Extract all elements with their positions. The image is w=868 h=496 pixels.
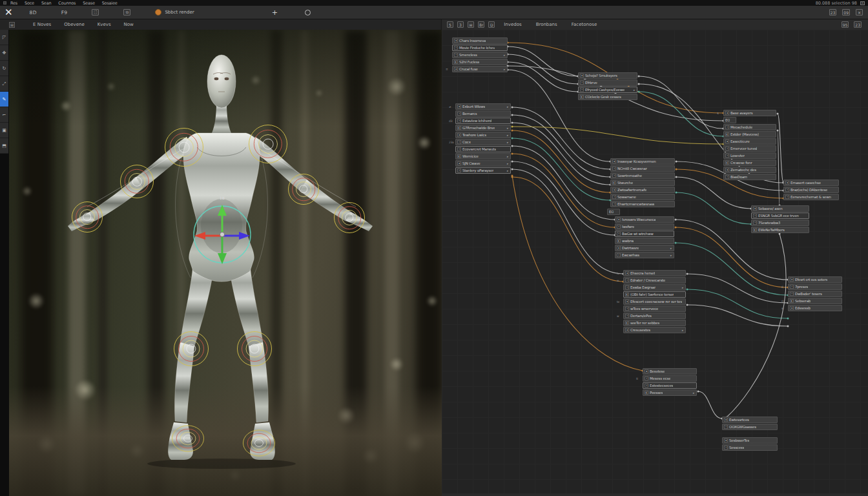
node-c-row-8[interactable]: ▪SJN Cwave▸ <box>455 160 511 167</box>
node-d2[interactable]: ▪Ivreswrs Wwcurseca✕Iwsfwre≡BwGw wt wtrc… <box>615 216 674 258</box>
toolbar-icon-0[interactable]: ⛶ <box>92 9 99 16</box>
menu-item-0[interactable]: Res <box>10 1 17 6</box>
viewport-menu-1[interactable]: Obevene <box>64 22 84 27</box>
node-d2-row-3[interactable]: ◧wwbrw <box>615 238 674 244</box>
node-g-row-0[interactable]: ▪Sebasne/ asen <box>751 205 809 212</box>
node-k-row-1[interactable]: ✕OOXGWGsasses <box>722 424 778 430</box>
node-k[interactable]: ▪Ewtessrtces✕OOXGWGsasses <box>722 417 778 430</box>
node-c[interactable]: ≠▪Exburt Wlows▸✕Bemarcsd3≡Estavlew Ichih… <box>455 103 511 174</box>
node-g-row-1[interactable]: ✕ESNGR SvbGR ece trven <box>751 212 809 219</box>
toolbar-right-button-1[interactable]: 09 <box>842 9 850 16</box>
node-g-row-2[interactable]: ≡7Sewtewbw3 <box>751 220 809 226</box>
node-i-row-1[interactable]: 8✕7preses <box>788 284 842 290</box>
node-header-icon-3[interactable]: 8r <box>478 21 484 28</box>
node-h-row-7[interactable]: ◧seeTer rer sebbes <box>623 320 686 326</box>
node-header-icon-2[interactable]: ⊞ <box>468 21 474 28</box>
node-d1-row-4[interactable]: ▪Zwtoafwrtnercafe <box>610 187 675 193</box>
node-l-row-0[interactable]: ▪SesbsserTes <box>722 437 778 444</box>
node-b-row-0[interactable]: ▪Schejo? Smuksyers <box>578 72 637 79</box>
node-c-row-4[interactable]: ▪Tewhore Lwics▸ <box>455 132 511 138</box>
node-g-row-3[interactable]: ◧EWeNeTwMbers <box>751 227 809 233</box>
move-tool-icon[interactable]: ✥ <box>0 45 8 61</box>
node-e-row-5[interactable]: ✕Emervcer tuned <box>723 145 776 152</box>
node-i-row-3[interactable]: O◧Sebserab <box>788 298 842 304</box>
node-e-row-7[interactable]: ◧Crcwese fonr <box>723 160 776 166</box>
node-c-row-9[interactable]: ✕Stanlery oParayser▸ <box>455 167 511 174</box>
node-f-row-2[interactable]: ≡Eersevrechernat & sewn <box>783 194 839 200</box>
node-d2-row-0[interactable]: ▪Ivreswrs Wwcurseca <box>615 216 674 223</box>
node-d2-row-5[interactable]: ✕Ewcwrhws▸ <box>615 252 674 258</box>
node-d2-row-2[interactable]: ≡BwGw wt wtrchww <box>615 231 674 237</box>
node-c-row-5[interactable]: 23x✕Cocx▸ <box>455 139 511 145</box>
node-d0-row-0[interactable]: EO <box>607 209 620 215</box>
node-header-right-1[interactable]: 23 <box>854 21 862 28</box>
menu-item-1[interactable]: Soce <box>25 1 34 6</box>
node-h-row-5[interactable]: ✕wTces wrservece <box>623 305 686 312</box>
node-e-row-2[interactable]: ≡Mecachedule <box>723 124 776 130</box>
node-b-row-1[interactable]: ✕Efrbrve <box>578 79 637 86</box>
node-d1-row-6[interactable]: ≡Ehwrtcrnwncwtwsnaw <box>610 201 675 207</box>
node-f-row-1[interactable]: ✕Braz(echs) DAbentese <box>783 187 839 193</box>
node-a[interactable]: ▪Chars Insomeva✕Movie Finduche Ichev≡Sme… <box>452 37 508 72</box>
node-d0[interactable]: EO <box>607 209 624 215</box>
node-h-row-8[interactable]: ▪Cresusestes▸ <box>623 327 686 333</box>
node-a-row-4[interactable]: ≡▪Crucal fuse▸ <box>452 66 508 72</box>
menu-item-5[interactable]: Sosaiee <box>102 1 118 6</box>
node-i-row-4[interactable]: w▪Edssessb <box>788 305 842 311</box>
node-d1-row-3[interactable]: ◧Stwurche <box>610 180 675 186</box>
node-b-row-2[interactable]: ≡Efryced Cashyes/Evewe▸ <box>578 87 637 93</box>
node-a-row-3[interactable]: ◧S2hl Fucless <box>452 59 508 65</box>
node-c-row-1[interactable]: ✕Bemarcs <box>455 110 511 117</box>
node-c-row-3[interactable]: ◧G7Rrnschwlde Brsx▸ <box>455 125 511 131</box>
scale-tool-icon[interactable]: ⤢ <box>0 76 8 92</box>
node-d2-row-4[interactable]: ▪Dwtrtwsre▸ <box>615 245 674 251</box>
node-d1-row-2[interactable]: ≡Sowrtnmoathe <box>610 172 675 179</box>
add-cube-tool-icon[interactable]: ▣ <box>0 123 8 138</box>
node-e-row-6[interactable]: ≡Losevter <box>723 152 776 159</box>
rotate-tool-icon[interactable]: ↻ <box>0 61 8 76</box>
add-icon[interactable]: + <box>272 8 278 17</box>
app-logo-icon[interactable] <box>3 1 6 5</box>
node-a-row-2[interactable]: ≡Smencless▸ <box>452 52 508 58</box>
node-header-icon-1[interactable]: 3 <box>457 21 464 28</box>
node-d1-row-5[interactable]: ✕Sowamane <box>610 194 675 200</box>
node-header-tab-0[interactable]: Invedos <box>504 22 521 27</box>
node-g[interactable]: ▪Sebasne/ asen✕ESNGR SvbGR ece trven≡7Se… <box>751 205 809 233</box>
node-j-row-3[interactable]: ◧Peesses▸ <box>643 389 697 396</box>
node-e-row-1[interactable]: EO <box>723 117 736 123</box>
node-e-row-0[interactable]: 4▪Base avayers <box>723 110 776 116</box>
node-h[interactable]: tv▪Ehsecra hersetw✕Edrater / Cresecarste… <box>623 270 686 333</box>
scene-selector[interactable]: Sbbct render <box>155 9 194 16</box>
node-h-row-1[interactable]: w✕Edrater / Cresecarste <box>623 277 686 284</box>
node-e-row-8[interactable]: ▪Zematechc des <box>723 167 776 173</box>
annotate-tool-icon[interactable]: ✎ <box>0 92 8 107</box>
transform-gizmo[interactable]: 1B <box>186 194 258 272</box>
node-h-row-4[interactable]: te▪Efescert coecracsew rer svr tes <box>623 298 686 305</box>
viewport-menu-0[interactable]: E Noves <box>33 22 51 27</box>
menu-item-2[interactable]: Sean <box>41 1 51 6</box>
node-a-row-0[interactable]: ▪Chars Insomeva <box>452 37 508 44</box>
select-tool-icon[interactable]: ◸ <box>0 30 8 45</box>
node-e-row-4[interactable]: ▪Easecticure <box>723 138 776 145</box>
close-x-icon[interactable]: ✕ <box>5 8 13 17</box>
window-close-icon[interactable]: ✕ <box>860 1 865 5</box>
node-a-row-1[interactable]: ✕Movie Finduche Ichev <box>452 45 508 51</box>
node-h-row-6[interactable]: w≡Dertars/ePes <box>623 313 686 319</box>
node-i-row-2[interactable]: ≡DwBsder' tesers <box>788 291 842 297</box>
node-h-row-2[interactable]: ≡Eswba Ewgrsar▸ <box>623 284 686 291</box>
node-j-row-1[interactable]: tI✕Mesess ecse <box>643 375 697 382</box>
node-h-row-0[interactable]: tv▪Ehsecra herset <box>623 270 686 276</box>
node-d1-row-0[interactable]: ▪Insweyar Kcsoyvermen <box>610 158 675 165</box>
node-j-row-2[interactable]: ≡Estestecseces <box>643 382 697 389</box>
node-j-row-0[interactable]: ▪Besvtese <box>643 368 697 375</box>
toolbar-right-button-0[interactable]: 23 <box>829 9 837 16</box>
node-l[interactable]: ▪SesbsserTes✕Sesscess <box>722 437 778 451</box>
viewport-menu-2[interactable]: Kvevs <box>98 22 111 27</box>
node-c-row-6[interactable]: ≡Ecovwrcret Marwuts <box>455 146 511 152</box>
node-f-row-0[interactable]: ▪Emasert casechse <box>783 180 839 186</box>
toolbar-button-0[interactable]: 8D <box>30 10 37 16</box>
node-editor-canvas[interactable]: ▪Chars Insomeva✕Movie Finduche Ichev≡Sme… <box>442 30 868 496</box>
node-i[interactable]: ▪Efesrt crt svs seters8✕7preses≡DwBsder'… <box>788 276 842 311</box>
node-c-row-2[interactable]: d3≡Estavlew Ichiherd <box>455 118 511 124</box>
node-e-row-9[interactable]: ✕BiasDoarn <box>723 174 776 180</box>
